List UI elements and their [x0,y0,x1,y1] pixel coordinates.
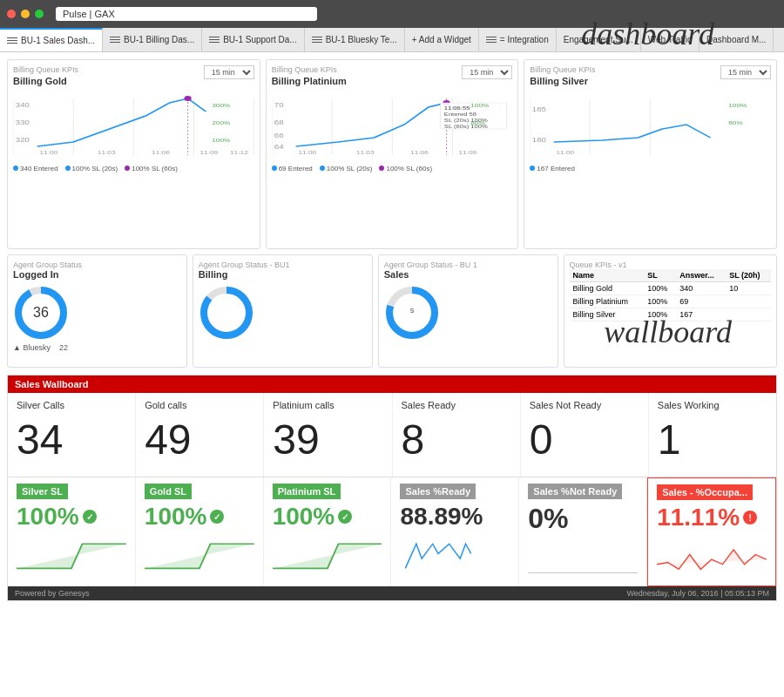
browser-dot-green[interactable] [35,10,44,18]
svg-text:11:00: 11:00 [298,149,316,155]
svg-text:200%: 200% [212,119,231,125]
wallboard-section: Sales Wallboard Silver Calls 34 Gold cal… [7,375,777,601]
metric-value-sales-not-ready: 0 [530,419,639,461]
svg-text:100%: 100% [212,137,231,143]
svg-text:165: 165 [532,105,546,112]
svg-text:66: 66 [274,132,283,139]
watermark-wallboard: wallboard [604,314,732,350]
tab-icon-2 [110,37,120,44]
tab-icon-5 [486,37,497,44]
metric-gold-calls: Gold calls 49 [136,393,264,477]
metric-label-sales-working: Sales Working [658,400,767,410]
table-row: Billing Gold 100% 340 10 [570,282,771,295]
footer-left: Powered by Genesys [15,589,90,598]
svg-text:11:03: 11:03 [98,149,116,155]
donut-sales: S [384,285,552,342]
svg-text:300%: 300% [212,102,231,108]
browser-dot-yellow[interactable] [21,10,30,18]
donut-logged-in: 36 [13,285,181,342]
donut-billing [199,285,367,342]
tab-icon-3 [209,37,220,44]
svg-text:11:00: 11:00 [39,149,57,155]
chart-row-top: Billing Queue KPIs Billing Gold 15 min 3… [7,59,777,249]
sl-label-sales-occupa: Sales - %Occupa... [657,484,753,500]
svg-text:70: 70 [274,101,283,108]
sl-cell-gold: Gold SL 100% ✓ [136,477,264,586]
col-sl20: SL (20h) [726,269,771,282]
chart-legend-3: 167 Entered [530,165,771,173]
metric-value-sales-ready: 8 [402,419,511,461]
sl-value-silver: 100% ✓ [17,503,126,531]
svg-text:100%: 100% [729,102,748,108]
chart-time-select-1[interactable]: 15 min [204,65,254,79]
col-name: Name [570,269,645,282]
tab-bu1-sales[interactable]: BU-1 Sales Dash... [0,28,103,51]
metric-label-silver-calls: Silver Calls [17,400,126,410]
agent-row: Agent Group Status Logged In 36 ▲ Bluesk… [7,254,777,368]
svg-text:11:00: 11:00 [557,149,575,155]
chart-time-select-2[interactable]: 15 min [462,65,512,79]
col-answer: Answer... [676,269,726,282]
sl-value-sales-pct-not-ready: 0% [528,503,638,535]
wallboard-sl-row: Silver SL 100% ✓ Gold SL 100% ✓ [8,477,776,586]
metric-sales-working: Sales Working 1 [649,393,776,477]
sparkline-platinium [273,534,382,573]
svg-text:11:09: 11:09 [458,149,476,155]
sparkline-sales-not-ready [528,538,638,578]
wallboard-metrics-row: Silver Calls 34 Gold calls 49 Platinium … [8,393,776,477]
sparkline-sales-ready [400,534,510,573]
sl-value-platinium: 100% ✓ [273,503,382,531]
sl-cell-sales-pct-ready: Sales %Ready 88.89% [391,477,519,586]
svg-text:36: 36 [33,305,49,320]
agent-name-1: Logged In [13,269,181,280]
svg-text:11:03: 11:03 [356,149,375,155]
metric-value-silver-calls: 34 [17,419,126,461]
svg-text:11:06:55: 11:06:55 [443,105,470,111]
chart-time-select-3[interactable]: 15 min [720,65,771,79]
svg-text:S: S [409,308,414,314]
tab-icon-1 [7,37,17,44]
svg-text:80%: 80% [729,119,744,125]
chart-legend-2: 69 Entered 100% SL (20s) 100% SL (60s) [272,165,513,173]
sparkline-occupa [657,535,767,574]
svg-text:340: 340 [16,101,30,108]
queue-table-panel: Queue KPIs - v1 Name SL Answer... SL (20… [564,254,777,368]
check-icon-gold: ✓ [210,510,224,524]
donut-svg-3: S [384,285,441,342]
wallboard-footer: Powered by Genesys Wednesday, July 06, 2… [8,586,776,600]
tab-add-widget[interactable]: + Add a Widget [405,28,479,51]
col-sl: SL [644,269,676,282]
metric-label-gold-calls: Gold calls [145,400,254,410]
sl-cell-sales-pct-not-ready: Sales %Not Ready 0% [519,477,647,586]
table-row: Billing Platinium 100% 69 [570,295,771,308]
svg-text:11:09: 11:09 [199,149,218,155]
metric-value-platinium-calls: 39 [273,419,382,461]
agent-name-2: Billing [199,269,367,280]
chart-legend-1: 340 Entered 100% SL (20s) 100% SL (60s) [13,165,254,173]
tab-bu1-support[interactable]: BU-1 Support Da... [202,28,304,51]
tab-bu1-billing[interactable]: BU-1 Billing Das... [103,28,202,51]
metric-value-sales-working: 1 [658,419,767,461]
browser-dot-red[interactable] [7,10,16,18]
chart-panel-billing-gold: Billing Queue KPIs Billing Gold 15 min 3… [7,59,260,249]
agent-panel-sales: Agent Group Status - BU 1 Sales S [378,254,558,368]
svg-text:Entered   58: Entered 58 [443,112,476,117]
wallboard-header: Sales Wallboard [8,376,776,393]
sl-value-gold: 100% ✓ [145,503,254,531]
svg-text:100%: 100% [470,102,490,108]
metric-label-sales-not-ready: Sales Not Ready [530,400,639,410]
chart-panel-billing-platinium: Billing Queue KPIs Billing Platinium 15 … [266,59,519,249]
metric-sales-ready: Sales Ready 8 [393,393,521,477]
svg-text:11:06: 11:06 [410,149,429,155]
metric-silver-calls: Silver Calls 34 [8,393,136,477]
tab-integration[interactable]: = Integration [479,28,557,51]
chart-panel-billing-silver: Billing Queue KPIs Billing Silver 15 min… [524,59,777,249]
tab-bu1-bluesky[interactable]: BU-1 Bluesky Te... [305,28,405,51]
metric-platinium-calls: Platinium calls 39 [264,393,392,477]
sl-label-silver: Silver SL [17,484,68,499]
sl-label-sales-pct-not-ready: Sales %Not Ready [528,484,622,499]
metric-label-platinium-calls: Platinium calls [273,400,382,410]
agent-name-3: Sales [384,269,552,280]
tab-icon-4 [312,37,322,44]
watermark-dashboard: dashboard [581,16,714,52]
